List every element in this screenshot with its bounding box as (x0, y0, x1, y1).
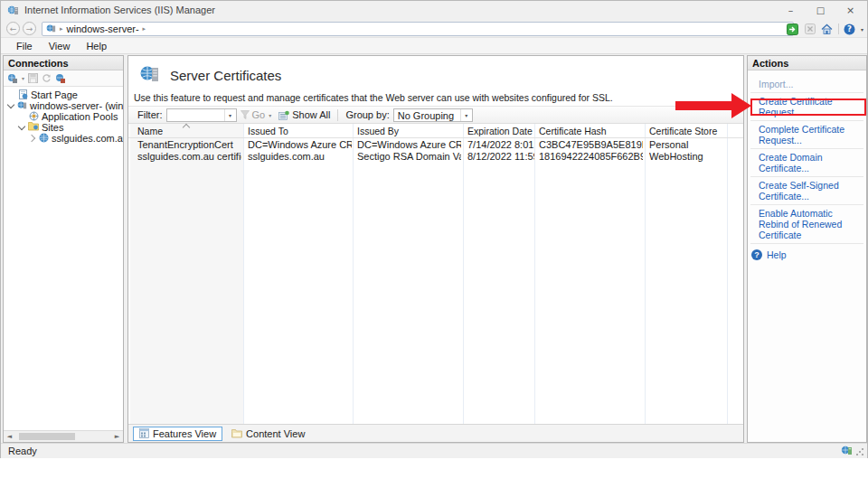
stop-disabled-icon (804, 23, 816, 35)
column-header-certificate-hash[interactable]: Certificate Hash (539, 126, 643, 136)
view-tabs-bar: Features View Content View (128, 424, 743, 442)
cell-issued-to: DC=Windows Azure CRP Cert... (248, 139, 352, 150)
iis-manager-window: Internet Information Services (IIS) Mana… (0, 0, 868, 458)
tree-item-label: sslguides.com.au (52, 133, 123, 144)
action-enable-automatic-rebind[interactable]: Enable Automatic Rebind of Renewed Certi… (750, 205, 863, 244)
home-icon[interactable] (821, 23, 834, 35)
minimize-button[interactable]: – (776, 1, 806, 19)
menu-bar: File View Help (1, 38, 867, 54)
column-header-name[interactable]: Name (137, 126, 241, 136)
page-title: Server Certificates (170, 68, 281, 83)
sites-folder-icon (28, 122, 39, 133)
address-bar[interactable]: ▸ windows-server- ▸ (42, 22, 794, 36)
back-button[interactable]: ← (6, 22, 20, 35)
window-controls: – □ × (776, 1, 865, 19)
table-row[interactable]: TenantEncryptionCert DC=Windows Azure CR… (128, 139, 743, 151)
tree-item-server[interactable]: windows-server- (windows-se (4, 100, 123, 111)
help-label: Help (767, 249, 787, 260)
connections-panel: Connections ▾ Start Page (3, 55, 124, 443)
cell-store: Personal (649, 139, 725, 150)
tree-item-start-page[interactable]: Start Page (4, 89, 123, 100)
tree-item-sites[interactable]: Sites (4, 122, 123, 133)
connections-header: Connections (4, 56, 123, 70)
server-icon (17, 100, 27, 111)
resize-grip[interactable] (855, 447, 864, 456)
address-iis-icon (46, 23, 56, 35)
funnel-icon (241, 110, 250, 119)
delete-connection-icon[interactable] (55, 73, 66, 84)
group-by-dropdown-icon[interactable]: ▾ (460, 109, 472, 121)
help-dropdown-icon[interactable]: ▾ (861, 26, 863, 33)
feature-delegation-icon[interactable] (787, 23, 799, 35)
cell-issued-by: DC=Windows Azure CRP Cert... (357, 139, 461, 150)
application-pools-icon (29, 111, 39, 122)
chevron-down-icon[interactable] (18, 124, 25, 131)
go-dropdown-icon[interactable]: ▾ (269, 112, 271, 118)
cell-name: TenantEncryptionCert (137, 139, 241, 150)
scroll-right-icon[interactable]: ► (111, 431, 123, 442)
features-view-icon (139, 428, 149, 438)
refresh-icon (42, 73, 52, 83)
action-help[interactable]: ? Help (751, 249, 866, 260)
tree-item-label: windows-server- (windows-se (30, 100, 123, 111)
tab-label: Features View (153, 428, 216, 439)
sorted-column-shade (130, 124, 243, 425)
cell-store: WebHosting (649, 151, 725, 162)
action-create-domain-certificate[interactable]: Create Domain Certificate... (750, 149, 863, 177)
menu-file[interactable]: File (9, 40, 40, 52)
scrollbar-thumb[interactable] (19, 433, 75, 440)
connect-server-icon[interactable] (7, 73, 18, 84)
column-header-certificate-store[interactable]: Certificate Store (649, 126, 725, 136)
toolbar-right-icons: ? ▾ (787, 22, 863, 36)
column-header-expiration-date[interactable]: Expiration Date (467, 126, 534, 136)
status-text: Ready (8, 446, 37, 456)
help-icon: ? (751, 249, 762, 260)
show-all-button[interactable]: Show All (278, 109, 330, 120)
close-button[interactable]: × (835, 1, 865, 19)
table-gridline (727, 124, 728, 425)
server-certificates-icon (139, 63, 161, 87)
tree-item-application-pools[interactable]: Application Pools (4, 111, 123, 122)
annotation-highlight-box (750, 99, 866, 116)
group-by-select[interactable]: No Grouping ▾ (393, 108, 473, 122)
scrollbar-track[interactable] (15, 431, 111, 442)
breadcrumb-separator-icon[interactable]: ▸ (143, 25, 146, 33)
cell-expiration: 8/12/2022 11:59:59... (467, 151, 534, 162)
tree-item-sslguides[interactable]: sslguides.com.au (4, 133, 123, 144)
tab-label: Content View (246, 428, 305, 439)
server-certificates-panel: Server Certificates Use this feature to … (127, 55, 744, 443)
connections-toolbar: ▾ (4, 70, 123, 87)
group-by-value: No Grouping (398, 110, 454, 121)
column-header-issued-by[interactable]: Issued By (357, 126, 461, 136)
filter-dropdown-icon[interactable]: ▾ (224, 109, 236, 121)
chevron-right-icon[interactable] (29, 135, 36, 142)
menu-help[interactable]: Help (79, 40, 114, 52)
action-import[interactable]: Import... (750, 76, 863, 93)
table-row[interactable]: sslguides.com.au certificate sslguides.c… (128, 151, 743, 163)
go-button[interactable]: Go (241, 109, 266, 120)
breadcrumb-server[interactable]: windows-server- (67, 23, 139, 34)
filter-input[interactable]: ▾ (166, 108, 237, 122)
connections-horizontal-scrollbar[interactable]: ◄ ► (4, 430, 123, 442)
feature-description: Use this feature to request and manage c… (134, 92, 731, 103)
help-icon[interactable]: ? (844, 23, 856, 35)
menu-view[interactable]: View (42, 40, 78, 52)
forward-button[interactable]: → (23, 22, 36, 35)
action-complete-certificate-request[interactable]: Complete Certificate Request... (750, 121, 863, 149)
tab-features-view[interactable]: Features View (133, 427, 222, 441)
cell-hash: 1816942224085F662B945A070... (539, 151, 643, 162)
action-create-self-signed-certificate[interactable]: Create Self-Signed Certificate... (750, 177, 863, 205)
tab-content-view[interactable]: Content View (226, 427, 310, 441)
filter-label: Filter: (137, 109, 163, 120)
scroll-left-icon[interactable]: ◄ (4, 431, 15, 442)
table-header-row: Name Issued To Issued By Expiration Date… (128, 124, 743, 138)
connect-dropdown-icon[interactable]: ▾ (22, 75, 24, 81)
table-gridline (463, 124, 464, 425)
maximize-button[interactable]: □ (806, 1, 835, 19)
save-icon (28, 73, 38, 83)
actions-header: Actions (748, 56, 866, 70)
cell-expiration: 7/14/2022 8:01:38 ... (467, 139, 534, 150)
group-by-label: Group by: (345, 109, 389, 120)
chevron-down-icon[interactable] (7, 102, 14, 109)
column-header-issued-to[interactable]: Issued To (248, 126, 352, 136)
